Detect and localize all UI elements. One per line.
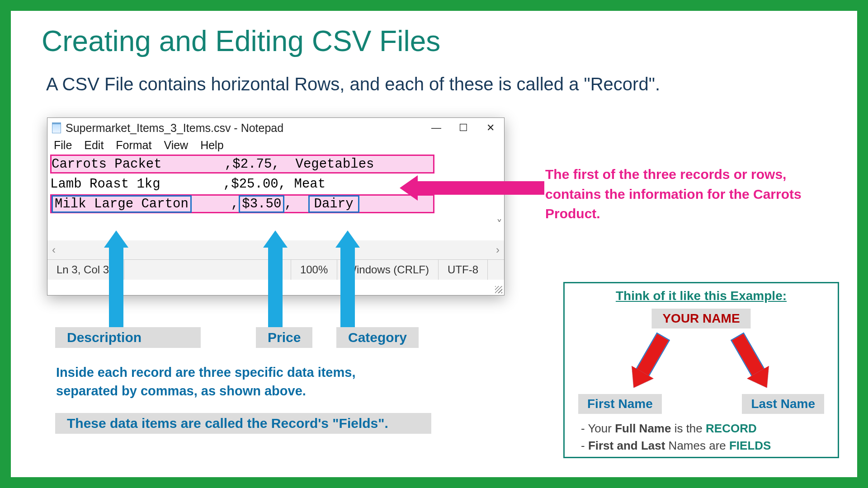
example-first-name: First Name	[578, 394, 662, 414]
csv-row-1: Carrots Packet ,$2.75, Vegetables	[50, 155, 434, 174]
menu-format[interactable]: Format	[116, 139, 151, 151]
example-line-fields: - First and Last Names are FIELDS	[581, 439, 771, 453]
note-first-record: The first of the three records or rows, …	[545, 164, 826, 224]
menu-file[interactable]: File	[54, 139, 72, 151]
notepad-menubar: File Edit Format View Help	[47, 138, 504, 155]
notepad-title: Supermarket_Items_3_Items.csv - Notepad	[66, 122, 423, 135]
scroll-right-icon[interactable]: ›	[496, 244, 500, 256]
notepad-app-icon	[52, 122, 61, 133]
text-fields-definition: These data items are called the Record's…	[55, 413, 431, 434]
csv-row-2-text: Lamb Roast 1kg ,$25.00, Meat	[50, 177, 326, 192]
notepad-titlebar: Supermarket_Items_3_Items.csv - Notepad …	[47, 118, 504, 138]
text-inside-records: Inside each record are three specific da…	[56, 363, 409, 400]
arrow-price	[263, 230, 288, 333]
arrow-last-name	[732, 333, 773, 391]
resize-grip-icon[interactable]	[495, 286, 502, 293]
field-price-box: $3.50	[239, 195, 284, 213]
label-category: Category	[336, 327, 419, 348]
menu-view[interactable]: View	[164, 139, 188, 151]
minimize-button[interactable]: —	[423, 122, 450, 134]
arrow-first-record	[400, 175, 544, 201]
scroll-down-icon[interactable]: ˅	[496, 218, 502, 232]
arrow-description	[104, 230, 128, 333]
field-category-box: Dairy	[308, 195, 359, 213]
label-price: Price	[256, 327, 312, 348]
example-analogy-box: Think of it like this Example: YOUR NAME…	[563, 282, 839, 458]
maximize-button[interactable]: ☐	[450, 122, 477, 134]
slide-subtitle: A CSV File contains horizontal Rows, and…	[46, 74, 660, 94]
menu-edit[interactable]: Edit	[84, 139, 104, 151]
menu-help[interactable]: Help	[200, 139, 223, 151]
label-description: Description	[55, 327, 201, 348]
example-line-record: - Your Full Name is the RECORD	[581, 422, 757, 436]
example-last-name: Last Name	[742, 394, 824, 414]
close-button[interactable]: ✕	[477, 122, 504, 134]
csv-row-3-sep1: ,	[192, 197, 239, 211]
example-heading: Think of it like this Example:	[565, 289, 838, 303]
csv-row-1-text: Carrots Packet ,$2.75, Vegetables	[52, 157, 374, 172]
csv-row-3: Milk Large Carton , $3.50 , Dairy	[50, 194, 434, 213]
field-description-box: Milk Large Carton	[52, 195, 192, 213]
status-encoding: UTF-8	[439, 260, 488, 280]
example-your-name: YOUR NAME	[651, 309, 750, 328]
slide-title: Creating and Editing CSV Files	[42, 24, 440, 58]
csv-row-2: Lamb Roast 1kg ,$25.00, Meat	[50, 174, 434, 193]
csv-row-3-sep2: ,	[284, 197, 308, 211]
arrow-category	[335, 230, 360, 333]
status-zoom: 100%	[291, 260, 337, 280]
scroll-left-icon[interactable]: ‹	[52, 244, 56, 256]
arrow-first-name	[628, 333, 669, 391]
